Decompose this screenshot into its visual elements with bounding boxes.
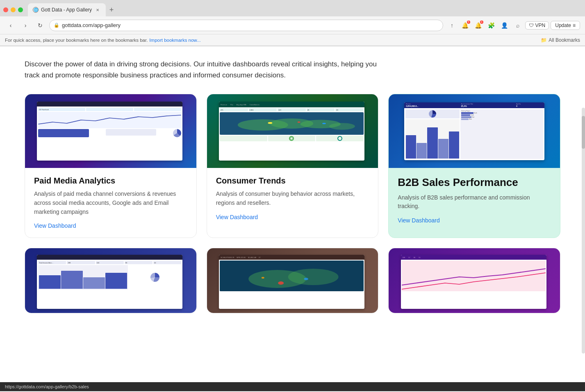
bookmarks-bar: For quick access, place your bookmarks h… (0, 34, 585, 46)
url-text: gottdata.com/app-gallery (62, 22, 121, 28)
maximize-traffic-light[interactable] (18, 7, 23, 12)
card-b2b-link[interactable]: View Dashboard (398, 217, 439, 224)
card-b2b-image: Revenue 3,854,068.8... Avg Commission Ra… (389, 94, 560, 168)
tab-bar: 🌐 Gott Data - App Gallery ✕ + (0, 0, 585, 16)
svg-point-5 (297, 122, 300, 123)
share-button[interactable]: ↑ (446, 20, 458, 31)
card-consumer-trends: Revenue Pax Avg days BIA Cancellations 4… (207, 94, 379, 238)
card-4-image: Total Invoice Amo... 289 116 93 52 (25, 248, 196, 313)
card-b2b-desc: Analysis of B2B sales performance and co… (398, 193, 551, 211)
svg-point-14 (304, 278, 308, 280)
bookmarks-text: For quick access, place your bookmarks h… (5, 38, 148, 43)
back-button[interactable]: ‹ (5, 20, 16, 31)
import-bookmarks-link[interactable]: Import bookmarks now... (149, 38, 200, 43)
tab-globe-icon: 🌐 (33, 7, 39, 13)
update-button[interactable]: Update ≡ (551, 21, 580, 30)
card-paid-media-desc: Analysis of paid media channel conversio… (34, 190, 187, 216)
dashboard-preview-2: Revenue Pax Avg days BIA Cancellations 4… (219, 102, 364, 161)
svg-point-9 (338, 136, 342, 140)
card-paid-media-title: Paid Media Analytics (34, 176, 187, 186)
card-b2b-title: B2B Sales Performance (398, 176, 551, 189)
scrollbar-thumb[interactable] (582, 116, 585, 149)
intro-text: Discover the power of data in driving st… (25, 59, 394, 81)
card-5: 24,345,079,063.78 NPR 472.85 $1,485,548 … (207, 248, 379, 313)
extensions-button[interactable]: 🧩 (486, 20, 497, 31)
tab-close-icon[interactable]: ✕ (94, 7, 101, 13)
card-paid-media-link[interactable]: View Dashboard (34, 222, 76, 229)
cards-grid-top: O2 Facebook (25, 94, 560, 238)
badge-dot-1: 5 (467, 20, 470, 24)
svg-point-8 (290, 137, 293, 140)
card-paid-media-body: Paid Media Analytics Analysis of paid me… (25, 168, 196, 238)
search-button[interactable]: ⌕ (512, 20, 524, 31)
status-bar: https://gottdata.com/app-gallery/b2b-sal… (0, 382, 585, 391)
bookmark-icon: 📁 (541, 37, 547, 43)
badge-dot-2: 4 (480, 20, 483, 24)
card-6-image: 599 57 66 51 (389, 248, 560, 313)
menu-icon: ≡ (573, 23, 576, 28)
card-b2b-body: B2B Sales Performance Analysis of B2B sa… (389, 168, 560, 232)
svg-point-13 (278, 281, 284, 285)
card-paid-media-image: O2 Facebook (25, 94, 196, 168)
browser-chrome: 🌐 Gott Data - App Gallery ✕ + ‹ › ↻ 🔒 go… (0, 0, 585, 46)
scrollbar[interactable] (582, 108, 585, 353)
lock-icon: 🔒 (54, 23, 59, 28)
card-consumer-trends-image: Revenue Pax Avg days BIA Cancellations 4… (207, 94, 378, 168)
dashboard-preview-1: O2 Facebook (37, 102, 182, 161)
vpn-icon: 🛡 (529, 23, 534, 28)
svg-point-6 (322, 123, 326, 124)
update-label: Update (555, 23, 571, 28)
status-url: https://gottdata.com/app-gallery/b2b-sal… (5, 384, 89, 389)
vpn-button[interactable]: 🛡 VPN (525, 21, 549, 29)
nav-bar: ‹ › ↻ 🔒 gottdata.com/app-gallery ↑ 🔔5 🔔4… (0, 16, 585, 34)
card-consumer-trends-title: Consumer Trends (216, 176, 369, 186)
svg-point-15 (262, 277, 264, 279)
card-4: Total Invoice Amo... 289 116 93 52 (25, 248, 197, 313)
card-paid-media: O2 Facebook (25, 94, 197, 238)
traffic-lights (3, 7, 23, 12)
cards-grid-bottom: Total Invoice Amo... 289 116 93 52 (25, 248, 560, 313)
minimize-traffic-light[interactable] (11, 7, 16, 12)
tab-title: Gott Data - App Gallery (41, 7, 92, 13)
bookmarks-right: 📁 All Bookmarks (541, 37, 580, 43)
svg-point-4 (268, 122, 272, 124)
all-bookmarks-label: All Bookmarks (549, 37, 580, 43)
svg-point-12 (288, 269, 339, 285)
active-tab[interactable]: 🌐 Gott Data - App Gallery ✕ (28, 3, 106, 16)
card-b2b-sales: Revenue 3,854,068.8... Avg Commission Ra… (388, 94, 560, 238)
forward-button[interactable]: › (20, 20, 31, 31)
notification-1[interactable]: 🔔5 (460, 20, 471, 31)
dashboard-preview-3: Revenue 3,854,068.8... Avg Commission Ra… (404, 102, 544, 160)
card-6: 599 57 66 51 (388, 248, 560, 313)
notification-2[interactable]: 🔔4 (473, 20, 484, 31)
vpn-label: VPN (535, 23, 546, 28)
profile-button[interactable]: 👤 (499, 20, 510, 31)
card-consumer-trends-body: Consumer Trends Analysis of consumer buy… (207, 168, 378, 229)
nav-actions: ↑ 🔔5 🔔4 🧩 👤 ⌕ 🛡 VPN Update ≡ (446, 20, 580, 31)
card-consumer-trends-link[interactable]: View Dashboard (216, 214, 258, 220)
address-bar[interactable]: 🔒 gottdata.com/app-gallery (49, 20, 443, 31)
page-content: Discover the power of data in driving st… (0, 46, 585, 382)
svg-point-3 (329, 123, 355, 130)
close-traffic-light[interactable] (3, 7, 8, 12)
new-tab-button[interactable]: + (106, 4, 117, 16)
refresh-button[interactable]: ↻ (34, 20, 46, 31)
card-5-image: 24,345,079,063.78 NPR 472.85 $1,485,548 … (207, 248, 378, 313)
card-consumer-trends-desc: Analysis of consumer buying behavior acr… (216, 190, 369, 207)
